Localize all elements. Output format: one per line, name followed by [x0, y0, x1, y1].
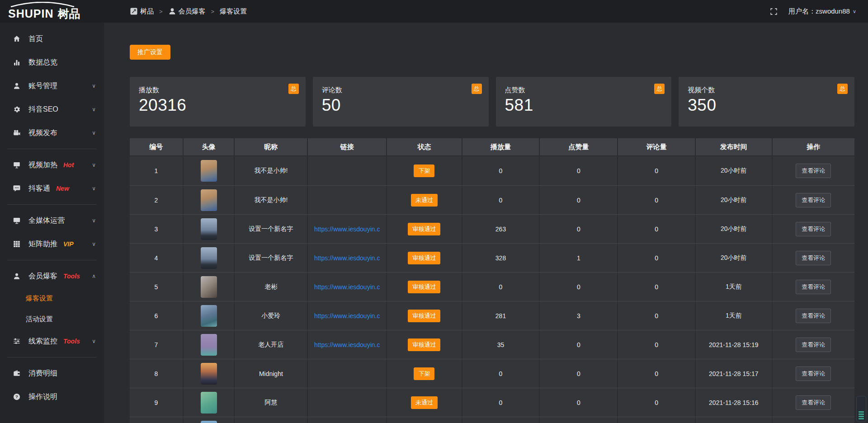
cell-likes: 0: [540, 215, 618, 243]
status-badge: 未通过: [411, 396, 438, 409]
fullscreen-icon[interactable]: [770, 8, 778, 15]
sidebar-item-label: 会员爆客: [28, 272, 57, 281]
cell-plays: 0: [462, 388, 540, 417]
stat-label: 点赞数: [505, 86, 663, 94]
view-comments-button[interactable]: 查看评论: [796, 367, 831, 381]
main-content: 推广设置 播放数 20316 总 评论数 50 总 点赞数 581 总 视频个数…: [104, 23, 868, 423]
stat-label: 播放数: [139, 86, 297, 94]
avatar: [201, 305, 217, 327]
cell-time: 2021-11-28 15:17: [696, 359, 773, 388]
breadcrumb-member[interactable]: 会员爆客: [168, 7, 206, 16]
cell-comments: [618, 417, 696, 423]
table-row: 8 Midnight 下架 0 0 0 2021-11-28 15:17 查看评…: [130, 359, 854, 388]
stat-label: 评论数: [322, 86, 480, 94]
sidebar-item-video-publish[interactable]: 视频发布 ∨: [0, 121, 104, 145]
status-badge: 审核通过: [408, 252, 440, 264]
chevron-down-icon: ∨: [92, 338, 96, 344]
sidebar-item-label: 操作说明: [28, 392, 57, 402]
avatar: [201, 218, 217, 240]
user-icon: [168, 7, 176, 15]
table-header: 编号 头像 昵称 链接 状态 播放量 点赞量 评论量 发布时间 操作: [130, 138, 854, 156]
video-link[interactable]: https://www.iesdouyin.c: [314, 283, 380, 291]
topbar-right: 用户名：zswodun88 ∨: [770, 7, 868, 16]
new-badge: New: [56, 185, 69, 192]
col-header-action: 操作: [773, 138, 854, 155]
sidebar-item-help[interactable]: ? 操作说明: [0, 385, 104, 409]
sidebar-item-douyin-seo[interactable]: 抖音SEO ∨: [0, 98, 104, 121]
view-comments-button[interactable]: 查看评论: [796, 164, 831, 178]
cell-comments: 0: [618, 330, 696, 359]
avatar: [201, 247, 217, 269]
widget-bar: [859, 411, 864, 413]
sidebar-subitem-baoke-settings[interactable]: 爆客设置: [0, 288, 104, 309]
sidebar-item-douketong[interactable]: 抖客通 New ∨: [0, 177, 104, 200]
view-comments-button[interactable]: 查看评论: [796, 251, 831, 265]
video-link[interactable]: https://www.iesdouyin.c: [314, 312, 380, 320]
screen-icon: [13, 161, 21, 169]
cell-id: 9: [130, 388, 184, 417]
view-comments-button[interactable]: 查看评论: [796, 338, 831, 352]
chevron-up-icon: ∧: [92, 273, 96, 279]
cell-avatar: [184, 156, 235, 185]
video-link[interactable]: https://www.iesdouyin.c: [314, 341, 380, 348]
avatar: [201, 276, 217, 298]
cell-id: 1: [130, 156, 184, 185]
status-badge: 下架: [414, 164, 434, 177]
sidebar-item-matrix-boost[interactable]: 矩阵助推 VIP ∨: [0, 232, 104, 256]
video-link[interactable]: https://www.iesdouyin.c: [314, 254, 380, 262]
hot-badge: Hot: [63, 161, 74, 169]
sidebar-item-member-baoke[interactable]: 会员爆客 Tools ∧: [0, 264, 104, 288]
sidebar-item-label: 数据总览: [28, 58, 57, 67]
avatar: [201, 421, 217, 423]
cell-comments: 0: [618, 273, 696, 301]
table-row: 9 阿慧 未通过 0 0 0 2021-11-28 15:16 查看评论: [130, 388, 854, 417]
status-badge: 审核通过: [408, 310, 440, 322]
cell-time: 1天前: [696, 301, 773, 330]
sidebar-item-label: 全媒体运营: [28, 216, 65, 226]
cell-plays: 281: [462, 301, 540, 330]
sidebar-item-data-overview[interactable]: 数据总览: [0, 51, 104, 74]
cell-likes: 0: [540, 388, 618, 417]
bar-chart-icon: [13, 58, 21, 66]
chat-bubble-icon: [13, 184, 21, 193]
sidebar-item-video-heat[interactable]: 视频加热 Hot ∨: [0, 153, 104, 177]
table-row: [130, 417, 854, 423]
side-widget[interactable]: [856, 396, 866, 422]
promotion-settings-button[interactable]: 推广设置: [130, 45, 170, 60]
sidebar-item-account[interactable]: 账号管理 ∨: [0, 74, 104, 98]
chevron-down-icon: ∨: [92, 162, 96, 168]
table-row: 4 设置一个新名字 https://www.iesdouyin.c 审核通过 3…: [130, 243, 854, 272]
cell-likes: 0: [540, 359, 618, 388]
sidebar-item-label: 消费明细: [28, 369, 57, 378]
user-menu[interactable]: 用户名：zswodun88 ∨: [788, 7, 856, 16]
sidebar-item-consumption[interactable]: 消费明细: [0, 362, 104, 385]
cell-id: 7: [130, 330, 184, 359]
breadcrumb-home[interactable]: 树品: [130, 7, 154, 16]
cell-time: 1天前: [696, 273, 773, 301]
vip-badge: VIP: [63, 240, 74, 248]
sidebar-item-label: 抖音SEO: [28, 105, 58, 114]
view-comments-button[interactable]: 查看评论: [796, 309, 831, 323]
video-link[interactable]: https://www.iesdouyin.c: [314, 226, 380, 233]
cell-comments: 0: [618, 359, 696, 388]
cell-plays: [462, 417, 540, 423]
col-header-link: 链接: [308, 138, 387, 155]
grid-icon: [13, 240, 21, 248]
view-comments-button[interactable]: 查看评论: [796, 222, 831, 236]
col-header-status: 状态: [387, 138, 462, 155]
table-row: 7 老人开店 https://www.iesdouyin.c 审核通过 35 0…: [130, 330, 854, 359]
tools-badge: Tools: [63, 273, 80, 280]
sidebar-item-home[interactable]: 首页: [0, 27, 104, 51]
sidebar-item-lead-monitor[interactable]: 线索监控 Tools ∨: [0, 329, 104, 353]
view-comments-button[interactable]: 查看评论: [796, 193, 831, 207]
sidebar-subitem-activity-settings[interactable]: 活动设置: [0, 309, 104, 329]
total-badge: 总: [472, 84, 482, 94]
sidebar-subitem-label: 爆客设置: [26, 294, 53, 303]
cell-id: 8: [130, 359, 184, 388]
breadcrumb-current: 爆客设置: [220, 7, 247, 16]
sidebar-item-omnimedia[interactable]: 全媒体运营 ∨: [0, 209, 104, 232]
view-comments-button[interactable]: 查看评论: [796, 280, 831, 294]
stat-value: 20316: [139, 96, 297, 115]
view-comments-button[interactable]: 查看评论: [796, 395, 831, 410]
cell-nickname: 我不是小帅!: [235, 186, 308, 214]
